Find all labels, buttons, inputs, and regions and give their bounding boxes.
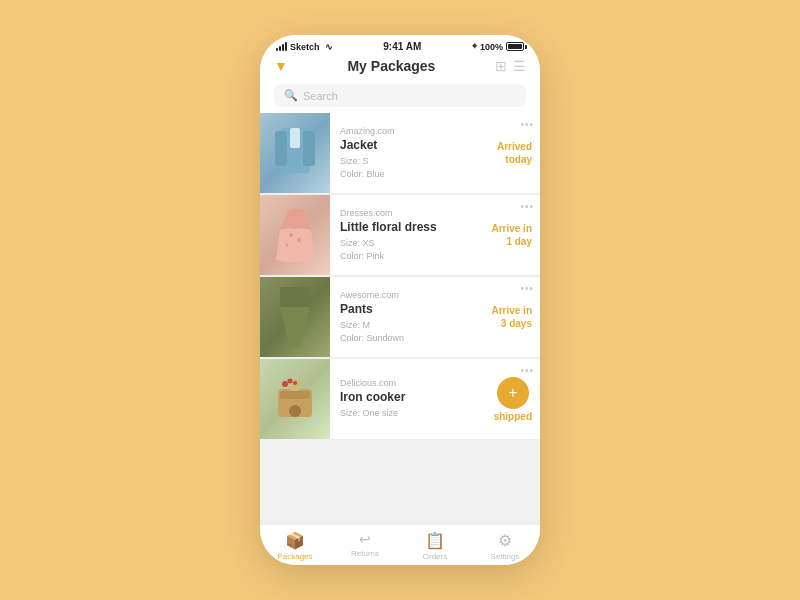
tab-settings[interactable]: ⚙ Settings [470,525,540,565]
search-icon: 🔍 [284,89,298,102]
more-options-icon[interactable]: ••• [520,283,534,294]
wifi-icon: ∿ [325,42,333,52]
status-time: 9:41 AM [383,41,421,52]
carrier-name: Sketch [290,42,320,52]
package-size: Size: XSColor: Pink [340,237,472,262]
status-bar: Sketch ∿ 9:41 AM ⌖ 100% [260,35,540,54]
packages-tab-label: Packages [277,552,312,561]
svg-point-12 [282,381,288,387]
package-image-cooker [260,359,330,439]
bluetooth-icon: ⌖ [472,41,477,52]
list-item[interactable]: Awesome.com Pants Size: MColor: Sundown … [260,277,540,357]
shipped-plus-icon: + [497,377,529,409]
svg-rect-7 [280,287,310,307]
returns-tab-icon: ↩ [359,531,371,547]
svg-point-5 [297,238,301,242]
svg-rect-2 [303,131,315,166]
more-options-icon[interactable]: ••• [520,365,534,376]
settings-tab-label: Settings [491,552,520,561]
list-item[interactable]: Amazing.com Jacket Size: SColor: Blue Ar… [260,113,540,193]
status-right: ⌖ 100% [472,41,524,52]
tab-bar: 📦 Packages ↩ Returns 📋 Orders ⚙ Settings [260,524,540,565]
list-item[interactable]: Dresses.com Little floral dress Size: XS… [260,195,540,275]
svg-rect-1 [275,131,287,166]
packages-list: Amazing.com Jacket Size: SColor: Blue Ar… [260,113,540,524]
page-title: My Packages [347,58,435,74]
app-header: ▼ My Packages ⊞ ☰ [260,54,540,80]
package-name: Little floral dress [340,220,472,234]
package-name: Jacket [340,138,472,152]
shipped-badge: + shipped [494,377,532,422]
shipped-label: shipped [494,411,532,422]
package-info: Awesome.com Pants Size: MColor: Sundown [330,277,480,357]
package-image-jacket [260,113,330,193]
package-name: Iron cooker [340,390,472,404]
grid-view-icon[interactable]: ⊞ [495,58,507,74]
svg-rect-3 [290,128,300,148]
list-item[interactable]: Delicious.com Iron cooker Size: One size… [260,359,540,439]
package-image-dress [260,195,330,275]
package-size: Size: MColor: Sundown [340,319,472,344]
package-store: Awesome.com [340,290,472,300]
package-image-pants [260,277,330,357]
search-bar: 🔍 Search [260,80,540,113]
battery-percent: 100% [480,42,503,52]
package-info: Amazing.com Jacket Size: SColor: Blue [330,113,480,193]
package-store: Amazing.com [340,126,472,136]
orders-tab-label: Orders [423,552,447,561]
svg-point-10 [289,405,301,417]
more-options-icon[interactable]: ••• [520,119,534,130]
status-text: Arrivedtoday [497,140,532,166]
tab-packages[interactable]: 📦 Packages [260,525,330,565]
package-info: Delicious.com Iron cooker Size: One size [330,359,480,439]
status-text: Arrive in3 days [491,304,532,330]
header-icons: ⊞ ☰ [495,58,526,74]
returns-tab-label: Returns [351,549,379,558]
tab-orders[interactable]: 📋 Orders [400,525,470,565]
status-text: Arrive in1 day [491,222,532,248]
list-view-icon[interactable]: ☰ [513,58,526,74]
orders-tab-icon: 📋 [425,531,445,550]
status-left: Sketch ∿ [276,42,333,52]
package-info: Dresses.com Little floral dress Size: XS… [330,195,480,275]
packages-tab-icon: 📦 [285,531,305,550]
tab-returns[interactable]: ↩ Returns [330,525,400,565]
filter-icon[interactable]: ▼ [274,58,288,74]
settings-tab-icon: ⚙ [498,531,512,550]
search-placeholder: Search [303,90,338,102]
package-name: Pants [340,302,472,316]
search-input-wrap[interactable]: 🔍 Search [274,84,526,107]
phone-container: Sketch ∿ 9:41 AM ⌖ 100% ▼ My Packages ⊞ … [260,35,540,565]
svg-point-13 [288,379,293,384]
package-size: Size: SColor: Blue [340,155,472,180]
package-size: Size: One size [340,407,472,420]
battery-icon [506,42,524,51]
svg-point-14 [293,381,297,385]
package-store: Dresses.com [340,208,472,218]
package-store: Delicious.com [340,378,472,388]
svg-rect-9 [280,391,310,399]
more-options-icon[interactable]: ••• [520,201,534,212]
svg-point-6 [285,244,288,247]
svg-point-4 [289,233,293,237]
signal-bars [276,42,287,51]
battery-fill [508,44,522,49]
